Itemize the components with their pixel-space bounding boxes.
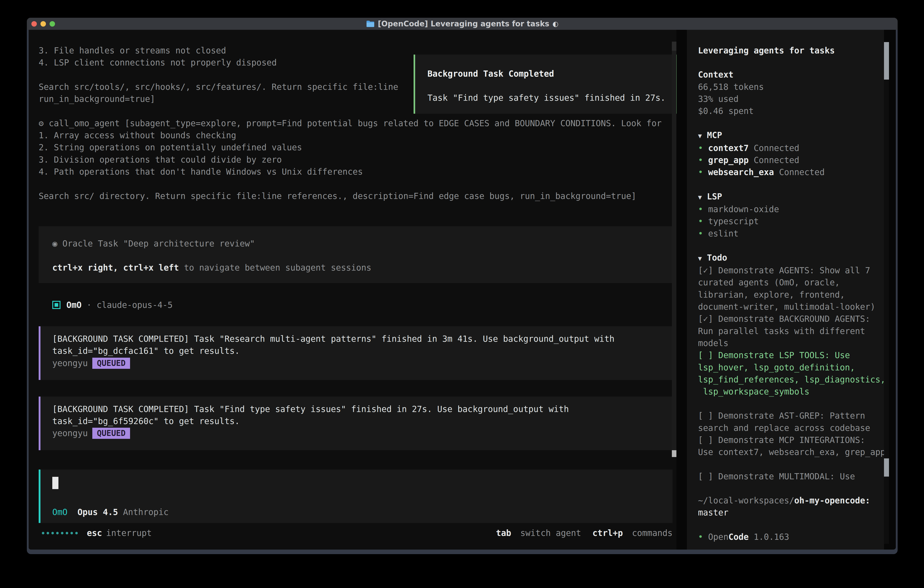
context-used: 33% used: [698, 93, 884, 105]
ctrlp-key-hint[interactable]: ctrl+p: [592, 528, 623, 538]
scrollback-line: Search src/ directory. Return specific f…: [39, 190, 673, 202]
lsp-item: • eslint: [698, 228, 884, 239]
todo-line: search and replace across codebase: [698, 422, 884, 434]
window-body: 3. File handles or streams not closed4. …: [29, 30, 896, 550]
ctrlp-key-label: commands: [632, 528, 673, 538]
status-bar: esc interrupt tab switch agent ctrl+p co…: [39, 527, 673, 539]
scrollback-line: 3. Division operations that could divide…: [39, 154, 673, 166]
scrollbar-thumb[interactable]: [884, 42, 889, 79]
session-model: claude-opus-4-5: [97, 300, 173, 310]
session-busy-icon: ◐: [553, 20, 558, 28]
activity-dot: [75, 532, 78, 534]
text-cursor: [52, 477, 58, 489]
scrollbar-thumb[interactable]: [884, 458, 889, 477]
activity-dot: [46, 532, 49, 534]
todo-line: [ ] Demonstrate LSP TOOLS: Use: [698, 349, 884, 361]
scrollback-line: ⚙ call_omo_agent [subagent_type=explore,…: [39, 117, 673, 129]
context-spent: $0.46 spent: [698, 105, 884, 117]
provider-label: Anthropic: [123, 507, 168, 517]
active-model-label: Opus 4.5: [78, 507, 118, 517]
todo-line: models: [698, 337, 884, 349]
active-agent-label: OmO: [52, 507, 68, 517]
status-dot-icon: •: [698, 216, 703, 226]
status-badge: QUEUED: [92, 358, 130, 369]
activity-dot: [56, 532, 59, 534]
scrollback-line: [39, 178, 673, 190]
prompt-input[interactable]: OmOOpus 4.5Anthropic: [39, 469, 673, 523]
traffic-lights: [31, 18, 55, 30]
esc-key-hint[interactable]: esc: [87, 528, 102, 538]
session-title: Leveraging agents for tasks: [698, 45, 884, 57]
todo-line: [ ] Demonstrate MULTIMODAL: Use: [698, 471, 884, 482]
chevron-down-icon: ▼: [698, 255, 702, 262]
folder-icon: [366, 20, 375, 28]
activity-dot: [71, 532, 73, 534]
todo-line: document-writer, multimodal-looker): [698, 301, 884, 313]
scrollbar-thumb[interactable]: [672, 450, 676, 457]
titlebar[interactable]: [OpenCode] Leveraging agents for tasks ◐: [27, 18, 898, 30]
todo-section-header[interactable]: ▼ Todo: [698, 252, 884, 264]
mcp-section-header[interactable]: ▼ MCP: [698, 129, 884, 142]
lsp-item: • typescript: [698, 215, 884, 227]
tab-key-hint[interactable]: tab: [496, 528, 511, 538]
status-dot-icon: •: [698, 229, 703, 238]
scrollback-line: 1. Array access without bounds checking: [39, 129, 673, 141]
app-version-line: • OpenCode 1.0.163: [698, 531, 884, 543]
activity-dot: [42, 532, 45, 534]
lsp-section-header[interactable]: ▼ LSP: [698, 190, 884, 203]
agent-name: OmO: [66, 300, 82, 310]
window-title-text: [OpenCode] Leveraging agents for tasks: [378, 19, 549, 28]
status-dot-icon: •: [698, 532, 703, 542]
sidebar: Leveraging agents for tasks Context 66,5…: [687, 30, 884, 550]
scrollback-line: 2. String operations on potentially unde…: [39, 141, 673, 154]
toast-title: Background Task Completed: [427, 68, 675, 80]
session-header[interactable]: OmO · claude-opus-4-5: [39, 299, 673, 311]
message-line: task_id="bg_dcfac161" to get results.: [52, 345, 673, 357]
status-badge: QUEUED: [92, 428, 130, 439]
subagent-nav-hint: ctrl+x right, ctrl+x left to navigate be…: [52, 262, 673, 274]
todo-line: [✓] Demonstrate AGENTS: Show all 7: [698, 264, 884, 276]
todo-line: lsp_hover, lsp_goto_definition,: [698, 362, 884, 373]
todo-line: Run parallel tasks with different: [698, 325, 884, 337]
conversation-scrollbar[interactable]: [672, 41, 676, 457]
close-button[interactable]: [31, 21, 37, 26]
tab-key-label: switch agent: [520, 528, 581, 538]
status-dot-icon: •: [698, 167, 703, 177]
agent-square-icon: [52, 301, 61, 309]
fisheye-icon: ◉: [52, 239, 57, 249]
workspace-path: ~/local-workspaces/oh-my-opencode:: [698, 495, 884, 507]
activity-dot: [51, 532, 54, 534]
mcp-item: • websearch_exa Connected: [698, 166, 884, 178]
zoom-button[interactable]: [50, 21, 55, 26]
chevron-down-icon: ▼: [698, 132, 702, 140]
background-task-message[interactable]: [BACKGROUND TASK COMPLETED] Task "Find t…: [39, 396, 673, 450]
todo-line: curated agents (OmO, oracle,: [698, 276, 884, 289]
todo-line: Use context7, websearch_exa, grep_app: [698, 446, 884, 458]
window-title: [OpenCode] Leveraging agents for tasks ◐: [366, 19, 558, 28]
activity-dot: [66, 532, 68, 534]
status-dot-icon: •: [698, 143, 703, 153]
status-dot-icon: •: [698, 205, 703, 214]
separator-dot: ·: [87, 300, 92, 310]
toast-notification[interactable]: Background Task Completed Task "Find typ…: [414, 55, 676, 114]
message-author: yeongyu: [52, 428, 88, 438]
message-author: yeongyu: [52, 358, 88, 368]
minimize-button[interactable]: [40, 21, 46, 26]
background-task-message[interactable]: [BACKGROUND TASK COMPLETED] Task "Resear…: [39, 326, 673, 380]
sidebar-scrollbar[interactable]: [884, 42, 889, 543]
mcp-item: • grep_app Connected: [698, 154, 884, 166]
todo-line: lsp_workspace_symbols: [698, 386, 884, 398]
oracle-task-title: ◉ Oracle Task "Deep architecture review": [52, 238, 673, 249]
esc-key-label: interrupt: [106, 528, 152, 538]
app-window: [OpenCode] Leveraging agents for tasks ◐…: [27, 18, 898, 554]
activity-dots-icon: [42, 532, 78, 534]
todo-line: [ ] Demonstrate AST-GREP: Pattern: [698, 410, 884, 422]
context-heading: Context: [698, 69, 884, 81]
scrollback-line: 4. Path operations that don't handle Win…: [39, 166, 673, 178]
todo-line: [✓] Demonstrate BACKGROUND AGENTS:: [698, 313, 884, 325]
scrollbar-track-cap: [672, 41, 676, 51]
chevron-down-icon: ▼: [698, 193, 702, 201]
toast-body: Task "Find type safety issues" finished …: [427, 92, 675, 104]
lsp-item: • markdown-oxide: [698, 203, 884, 215]
oracle-task-card[interactable]: ◉ Oracle Task "Deep architecture review"…: [39, 226, 673, 283]
